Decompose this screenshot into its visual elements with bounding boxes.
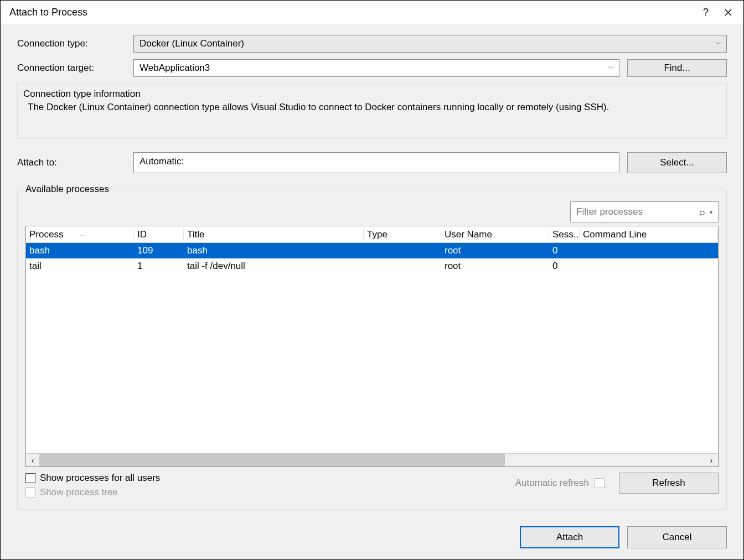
show-process-tree-row: Show process tree bbox=[25, 487, 515, 498]
filter-placeholder: Filter processes bbox=[576, 206, 699, 217]
cell-title: bash bbox=[184, 245, 364, 256]
help-button[interactable]: ? bbox=[695, 3, 717, 22]
show-process-tree-checkbox bbox=[25, 488, 35, 497]
scroll-thumb[interactable] bbox=[39, 454, 505, 466]
attach-to-label: Attach to: bbox=[17, 157, 133, 168]
cell-id: 1 bbox=[134, 261, 184, 272]
connection-info-title: Connection type information bbox=[23, 89, 721, 100]
dropdown-icon[interactable]: ▾ bbox=[710, 209, 712, 215]
connection-type-label: Connection type: bbox=[17, 38, 133, 49]
cell-id: 109 bbox=[134, 245, 184, 256]
process-table: Process︿ ID Title Type User Name Sess...… bbox=[25, 226, 719, 467]
bottom-options: Show processes for all users Show proces… bbox=[25, 473, 719, 501]
scroll-track[interactable] bbox=[39, 454, 705, 466]
dialog-buttons: Attach Cancel bbox=[17, 526, 727, 548]
checkbox-column: Show processes for all users Show proces… bbox=[25, 473, 515, 501]
filter-row: Filter processes ⌕ ▾ bbox=[25, 201, 719, 222]
table-row[interactable]: tail1tail -f /dev/nullroot0 bbox=[26, 258, 718, 274]
table-body: bash109bashroot0tail1tail -f /dev/nullro… bbox=[26, 243, 718, 453]
auto-refresh-checkbox[interactable] bbox=[595, 478, 604, 488]
scroll-left-icon[interactable]: ‹ bbox=[26, 456, 39, 465]
scroll-right-icon[interactable]: › bbox=[705, 456, 718, 465]
attach-to-textbox[interactable]: Automatic: bbox=[133, 152, 619, 173]
show-all-users-checkbox[interactable] bbox=[25, 473, 35, 483]
connection-type-combo[interactable]: Docker (Linux Container) ﹀ bbox=[133, 35, 727, 53]
connection-type-row: Connection type: Docker (Linux Container… bbox=[17, 35, 727, 53]
cell-session: 0 bbox=[549, 245, 580, 256]
show-all-users-label: Show processes for all users bbox=[40, 473, 160, 484]
auto-refresh-label: Automatic refresh bbox=[515, 478, 589, 489]
cell-process: tail bbox=[26, 261, 134, 272]
col-process[interactable]: Process︿ bbox=[26, 229, 134, 240]
search-icon: ⌕ bbox=[699, 206, 705, 218]
select-button[interactable]: Select... bbox=[627, 152, 727, 173]
attach-to-row: Attach to: Automatic: Select... bbox=[17, 152, 727, 173]
connection-info-box: Connection type information The Docker (… bbox=[17, 84, 727, 139]
close-icon bbox=[725, 9, 732, 16]
col-type[interactable]: Type bbox=[364, 229, 441, 240]
dialog-content: Connection type: Docker (Linux Container… bbox=[1, 24, 743, 559]
attach-button[interactable]: Attach bbox=[520, 526, 619, 548]
cell-user: root bbox=[441, 261, 549, 272]
col-user[interactable]: User Name bbox=[441, 229, 549, 240]
cancel-button[interactable]: Cancel bbox=[627, 526, 727, 548]
title-bar: Attach to Process ? bbox=[1, 1, 743, 24]
close-button[interactable] bbox=[717, 3, 739, 22]
col-cmd[interactable]: Command Line bbox=[580, 229, 718, 240]
available-processes-group: Available processes Filter processes ⌕ ▾… bbox=[17, 190, 727, 510]
available-processes-label: Available processes bbox=[23, 184, 111, 195]
cell-title: tail -f /dev/null bbox=[184, 261, 364, 272]
cell-process: bash bbox=[26, 245, 134, 256]
connection-target-label: Connection target: bbox=[17, 63, 133, 74]
cell-user: root bbox=[441, 245, 549, 256]
connection-info-text: The Docker (Linux Container) connection … bbox=[23, 102, 721, 113]
filter-input[interactable]: Filter processes ⌕ ▾ bbox=[570, 201, 719, 222]
col-title[interactable]: Title bbox=[184, 229, 364, 240]
window-title: Attach to Process bbox=[9, 7, 695, 18]
connection-type-value: Docker (Linux Container) bbox=[140, 38, 244, 49]
table-header: Process︿ ID Title Type User Name Sess...… bbox=[26, 226, 718, 243]
col-id[interactable]: ID bbox=[134, 229, 184, 240]
horizontal-scrollbar[interactable]: ‹ › bbox=[26, 453, 718, 466]
connection-target-row: Connection target: WebApplication3 ﹀ Fin… bbox=[17, 59, 727, 77]
table-row[interactable]: bash109bashroot0 bbox=[26, 243, 718, 258]
chevron-down-icon: ﹀ bbox=[608, 64, 614, 73]
show-all-users-row[interactable]: Show processes for all users bbox=[25, 473, 515, 484]
col-session[interactable]: Sess... bbox=[549, 229, 580, 240]
refresh-button[interactable]: Refresh bbox=[619, 473, 719, 494]
find-button[interactable]: Find... bbox=[627, 59, 727, 77]
show-process-tree-label: Show process tree bbox=[40, 487, 118, 498]
sort-asc-icon: ︿ bbox=[80, 231, 85, 237]
connection-target-combo[interactable]: WebApplication3 ﹀ bbox=[133, 59, 619, 77]
cell-session: 0 bbox=[549, 261, 580, 272]
chevron-down-icon: ﹀ bbox=[715, 39, 722, 49]
connection-target-value: WebApplication3 bbox=[140, 63, 210, 74]
refresh-area: Automatic refresh Refresh bbox=[515, 473, 719, 494]
